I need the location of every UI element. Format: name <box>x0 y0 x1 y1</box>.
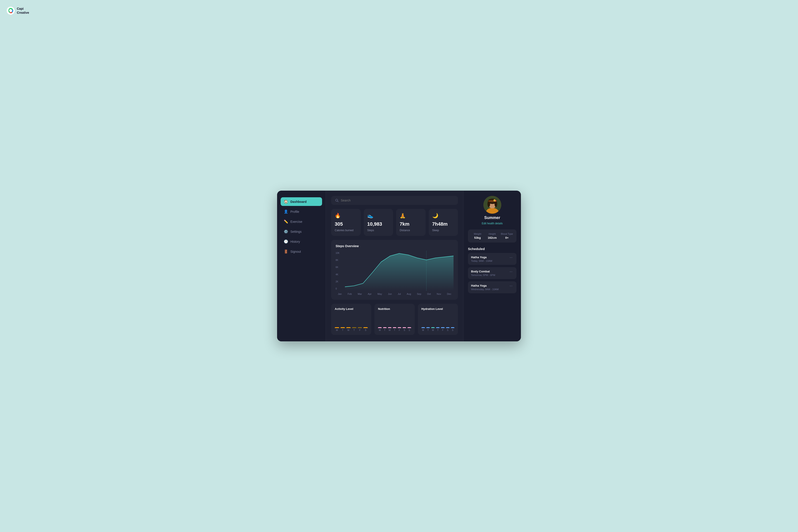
svg-line-3 <box>337 201 338 202</box>
weight-label: Weight <box>474 232 481 235</box>
hydration-bar-sun: S <box>451 327 454 331</box>
nutrition-bar-chart: M T W T F <box>378 314 411 331</box>
home-icon: 🏠 <box>284 200 288 204</box>
activity-bar-tue: T <box>341 327 345 331</box>
weight-value: 53kg <box>474 236 481 240</box>
sidebar-item-settings[interactable]: ⚙️ Settings <box>281 227 322 236</box>
calories-label: Calories burned <box>335 229 357 232</box>
nutrition-bar-thu: T <box>393 327 396 331</box>
stat-card-distance: 🧘 7km Distance <box>396 209 425 236</box>
schedule-dots-hatha2[interactable]: ··· <box>509 284 513 288</box>
profile-name: Summer <box>484 215 500 220</box>
hydration-card: Hydration Level M T W <box>418 304 458 335</box>
activity-level-card: Activity Level M T W <box>331 304 371 335</box>
profile-section: Summer Edit health details <box>468 196 516 225</box>
activity-level-title: Activity Level <box>335 307 368 310</box>
profile-icon: 👤 <box>284 209 288 214</box>
nutrition-bar-sat: S <box>402 327 406 331</box>
stat-card-calories: 🔥 305 Calories burned <box>331 209 361 236</box>
nutrition-bar-wed: W <box>388 327 392 331</box>
schedule-time-hatha2: Wednesday, 9AM - 10AM <box>471 288 498 291</box>
hydration-bar-chart: M T W T F <box>421 314 454 331</box>
x-label-dec: Dec <box>447 292 451 295</box>
height-stat: Height 162cm <box>486 232 498 240</box>
sleep-icon: 🌙 <box>432 213 455 218</box>
sidebar-label-exercise: Exercise <box>290 220 302 224</box>
x-label-mar: Mar <box>358 292 362 295</box>
chart-x-labels: Jan Feb Mar Apr May Jun Jul Aug Sep Oct … <box>336 292 454 295</box>
nutrition-bar-tue: T <box>383 327 386 331</box>
scheduled-title: Scheduled <box>468 247 516 251</box>
sleep-label: Sleep <box>432 229 455 232</box>
search-icon <box>335 198 339 202</box>
avatar <box>483 196 501 214</box>
blood-type-stat: Blood Type 0+ <box>500 232 513 240</box>
activity-bar-chart: M T W T F <box>335 314 368 331</box>
calories-icon: 🔥 <box>335 213 357 218</box>
bar-wed <box>346 327 351 328</box>
schedule-info-hatha1: Hatha Yoga Today, 9AM - 10AM <box>471 255 492 262</box>
y-label-4k: 4K <box>336 273 343 276</box>
activity-bar-mon: M <box>335 327 339 331</box>
sidebar-label-dashboard: Dashboard <box>290 200 307 204</box>
steps-chart-card: Steps Overview 10K 8K 6K 4K 2K 0 <box>331 240 458 300</box>
health-stats: Weight 53kg Height 162cm Blood Type 0+ <box>468 229 516 243</box>
signout-icon: 🚪 <box>284 249 288 253</box>
schedule-name-hatha1: Hatha Yoga <box>471 255 492 259</box>
calories-value: 305 <box>335 221 357 227</box>
profile-edit-link[interactable]: Edit health details <box>482 222 503 225</box>
distance-label: Distance <box>400 229 422 232</box>
hydration-title: Hydration Level <box>421 307 454 310</box>
app-container: 🏠 Dashboard 👤 Profile ✏️ Exercise ⚙️ Set… <box>277 191 521 341</box>
x-label-sep: Sep <box>417 292 421 295</box>
sidebar-label-settings: Settings <box>290 230 302 233</box>
bar-thu <box>352 327 357 328</box>
schedule-info-hatha2: Hatha Yoga Wednesday, 9AM - 10AM <box>471 284 498 291</box>
hydration-bar-wed: W <box>431 327 435 331</box>
sidebar-label-history: History <box>290 240 300 243</box>
search-bar[interactable] <box>331 196 458 205</box>
sidebar-item-signout[interactable]: 🚪 Signout <box>281 247 322 256</box>
exercise-icon: ✏️ <box>284 220 288 224</box>
x-label-may: May <box>378 292 382 295</box>
brand-logo-icon <box>6 6 15 15</box>
x-label-jun: Jun <box>388 292 392 295</box>
y-label-2k: 2K <box>336 280 343 283</box>
avatar-image <box>483 196 501 214</box>
bar-tue <box>341 327 345 328</box>
hydration-bar-tue: T <box>426 327 430 331</box>
x-label-aug: Aug <box>407 292 411 295</box>
steps-value: 10,983 <box>367 221 390 227</box>
x-label-nov: Nov <box>437 292 441 295</box>
schedule-item-hatha2: Hatha Yoga Wednesday, 9AM - 10AM ··· <box>468 281 516 293</box>
hydration-bar-mon: M <box>421 327 425 331</box>
nutrition-title: Nutrition <box>378 307 411 310</box>
sidebar-item-history[interactable]: 🕐 History <box>281 237 322 246</box>
y-label-0: 0 <box>336 287 343 290</box>
x-label-jul: Jul <box>398 292 401 295</box>
sidebar: 🏠 Dashboard 👤 Profile ✏️ Exercise ⚙️ Set… <box>277 191 326 341</box>
blood-type-value: 0+ <box>505 236 509 240</box>
steps-label: Steps <box>367 229 390 232</box>
sidebar-item-dashboard[interactable]: 🏠 Dashboard <box>281 197 322 206</box>
search-input[interactable] <box>341 198 454 202</box>
nutrition-bar-sun: S <box>407 327 411 331</box>
brand-name: Capi Creative <box>17 7 29 15</box>
bar-sat <box>363 327 368 328</box>
sidebar-item-exercise[interactable]: ✏️ Exercise <box>281 217 322 226</box>
brand: Capi Creative <box>6 6 29 15</box>
steps-line-chart <box>345 251 454 291</box>
weight-stat: Weight 53kg <box>471 232 484 240</box>
bottom-cards: Activity Level M T W <box>331 304 458 335</box>
sleep-value: 7h48m <box>432 221 455 227</box>
x-label-jan: Jan <box>338 292 342 295</box>
hydration-bar-thu: T <box>436 327 440 331</box>
distance-icon: 🧘 <box>400 213 422 218</box>
schedule-dots-hatha1[interactable]: ··· <box>509 255 513 260</box>
bar-fri <box>358 327 362 328</box>
sidebar-item-profile[interactable]: 👤 Profile <box>281 207 322 216</box>
schedule-dots-body-combat[interactable]: ··· <box>509 270 513 274</box>
main-content: 🔥 305 Calories burned 👟 10,983 Steps 🧘 7… <box>326 191 463 341</box>
steps-icon: 👟 <box>367 213 390 218</box>
schedule-item-body-combat: Body Combat Tomorrow, 5PM - 6PM ··· <box>468 267 516 279</box>
